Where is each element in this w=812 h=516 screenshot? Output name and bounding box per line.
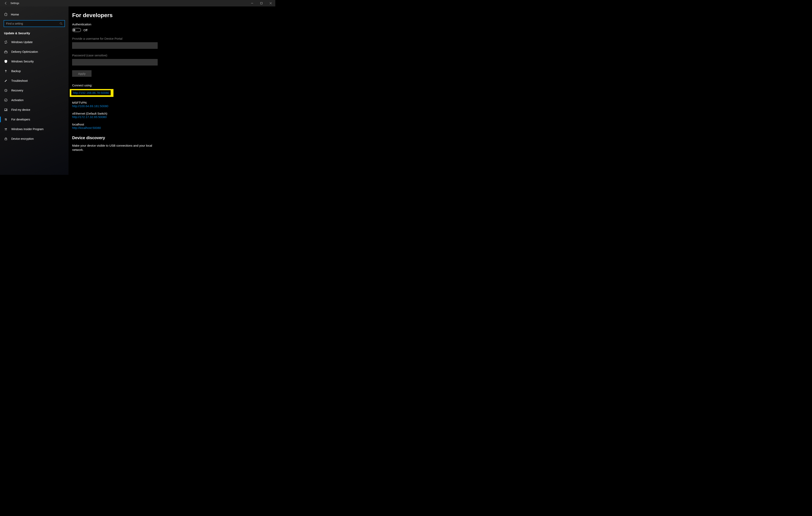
sidebar-item-activation[interactable]: Activation	[0, 95, 68, 105]
svg-point-13	[6, 128, 7, 129]
wrench-icon	[4, 79, 8, 83]
sidebar-item-label: Windows Security	[11, 60, 34, 63]
svg-point-2	[60, 23, 62, 24]
sidebar-home-label: Home	[11, 13, 19, 16]
svg-rect-1	[261, 2, 262, 4]
svg-point-12	[5, 128, 6, 129]
sidebar-item-label: Device encryption	[11, 137, 34, 141]
recovery-icon	[4, 89, 8, 92]
sidebar-item-windows-update[interactable]: Windows Update	[0, 37, 68, 47]
shield-icon	[4, 60, 8, 63]
highlighted-connection: http://192.168.86.78:50080	[70, 89, 113, 97]
svg-point-11	[6, 120, 7, 120]
sidebar-item-windows-insider[interactable]: Windows Insider Program	[0, 124, 68, 134]
developers-icon	[4, 118, 8, 121]
sidebar-item-label: Find my device	[11, 108, 30, 111]
page-title: For developers	[72, 12, 275, 19]
connection-link[interactable]: http://localhost:50080	[72, 126, 275, 129]
connection-name: vEthernet (Default Switch)	[72, 112, 275, 115]
lock-icon	[4, 137, 8, 141]
device-discovery-heading: Device discovery	[72, 135, 275, 140]
svg-point-6	[4, 99, 7, 101]
password-input[interactable]	[72, 59, 157, 65]
authentication-toggle[interactable]	[72, 28, 81, 32]
sidebar-item-troubleshoot[interactable]: Troubleshoot	[0, 76, 68, 86]
sync-icon	[4, 40, 8, 44]
connection-link[interactable]: http://100.64.69.181:50080	[72, 104, 275, 108]
category-label: Update & Security	[0, 30, 68, 37]
sidebar-item-label: Windows Insider Program	[11, 127, 44, 131]
window-title: Settings	[10, 2, 19, 5]
maximize-button[interactable]	[257, 0, 266, 6]
password-label: Password (case sensitive)	[72, 54, 275, 57]
connection-link[interactable]: http://192.168.86.78:50080	[73, 91, 109, 94]
connection-item: vEthernet (Default Switch) http://172.17…	[72, 112, 275, 119]
find-device-icon	[4, 108, 8, 112]
connect-using-label: Connect using:	[72, 84, 275, 87]
sidebar-item-find-my-device[interactable]: Find my device	[0, 105, 68, 115]
sidebar-item-delivery-optimization[interactable]: Delivery Optimization	[0, 47, 68, 57]
sidebar-item-label: Delivery Optimization	[11, 50, 38, 53]
sidebar: Home Update & Security Windows Update	[0, 6, 68, 175]
connection-name: localhost	[72, 123, 275, 126]
svg-point-10	[5, 119, 6, 119]
insider-icon	[4, 127, 8, 131]
device-discovery-text: Make your device visible to USB connecti…	[72, 143, 157, 152]
minimize-button[interactable]	[248, 0, 257, 6]
titlebar: Settings	[0, 0, 275, 6]
authentication-heading: Authentication	[72, 23, 275, 26]
svg-line-3	[62, 24, 62, 25]
apply-button-label: Apply	[78, 72, 86, 75]
sidebar-home[interactable]: Home	[0, 10, 68, 18]
username-input[interactable]	[72, 42, 157, 49]
connection-item: MSFTVPN http://100.64.69.181:50080	[72, 101, 275, 108]
check-circle-icon	[4, 98, 8, 102]
sidebar-item-label: Backup	[11, 69, 21, 73]
connection-item: localhost http://localhost:50080	[72, 123, 275, 129]
search-icon	[60, 22, 62, 25]
sidebar-item-recovery[interactable]: Recovery	[0, 86, 68, 95]
sidebar-item-for-developers[interactable]: For developers	[0, 115, 68, 124]
home-icon	[4, 12, 8, 16]
sidebar-item-label: Activation	[11, 98, 24, 102]
apply-button[interactable]: Apply	[72, 70, 91, 77]
svg-rect-4	[4, 52, 7, 53]
back-button[interactable]	[4, 1, 8, 5]
svg-point-9	[6, 109, 7, 110]
toggle-state-label: Off	[83, 28, 87, 32]
sidebar-item-label: Recovery	[11, 89, 23, 92]
sidebar-item-label: Windows Update	[11, 40, 33, 44]
main-content: For developers Authentication Off Provid…	[68, 6, 275, 175]
close-button[interactable]	[266, 0, 275, 6]
delivery-icon	[4, 50, 8, 54]
svg-rect-7	[5, 109, 7, 110]
sidebar-item-label: Troubleshoot	[11, 79, 28, 82]
toggle-knob	[73, 29, 76, 31]
sidebar-item-device-encryption[interactable]: Device encryption	[0, 134, 68, 144]
search-input[interactable]	[6, 22, 60, 25]
svg-rect-14	[5, 139, 7, 140]
arrow-up-icon	[4, 69, 8, 73]
username-label: Provide a username for Device Portal	[72, 37, 275, 40]
sidebar-item-windows-security[interactable]: Windows Security	[0, 57, 68, 66]
sidebar-nav: Windows Update Delivery Optimization Win…	[0, 37, 68, 144]
sidebar-item-label: For developers	[11, 118, 30, 121]
sidebar-item-backup[interactable]: Backup	[0, 66, 68, 76]
connection-link[interactable]: http://172.17.32.65:50080	[72, 115, 275, 119]
connection-name: MSFTVPN	[72, 101, 275, 104]
search-box[interactable]	[4, 20, 65, 27]
